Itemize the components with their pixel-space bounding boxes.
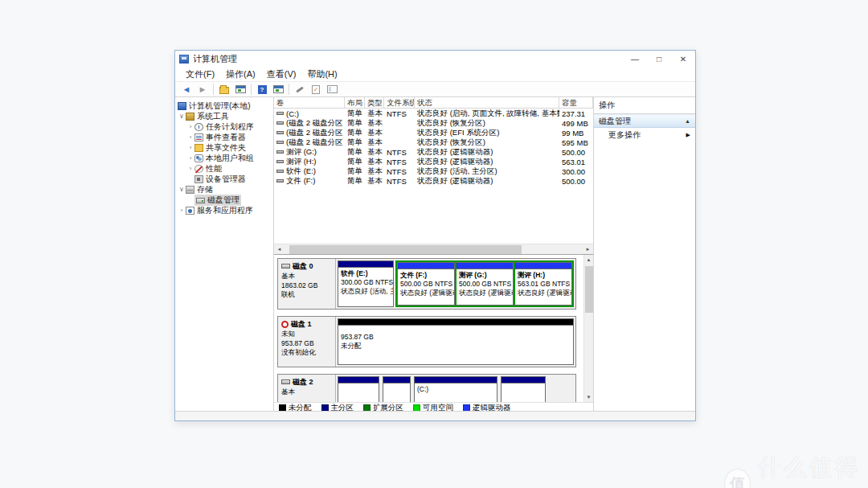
more-actions-item[interactable]: 更多操作 ▶ <box>594 128 695 141</box>
volume-status: 状态良好 (逻辑驱动器) <box>415 176 559 187</box>
volume-capacity: 595 MB <box>559 138 593 147</box>
tree-item-event-viewer[interactable]: › 事件查看器 <box>175 132 273 142</box>
disk2-segment[interactable] <box>501 376 546 402</box>
disk2-segment[interactable] <box>383 376 411 402</box>
toolbar-separator <box>213 84 214 95</box>
tree-item-device-manager[interactable]: 设备管理器 <box>175 174 273 184</box>
disk-type: 基本 <box>281 272 332 281</box>
disk2-segment[interactable] <box>338 376 379 402</box>
console-window-icon[interactable] <box>232 82 248 96</box>
toolbar-separator <box>251 84 252 95</box>
disk-type: 基本 <box>281 388 332 396</box>
column-type[interactable]: 类型 <box>365 97 384 108</box>
minimize-button[interactable]: — <box>623 51 647 67</box>
scrollbar-thumb[interactable] <box>585 266 593 313</box>
menu-file[interactable]: 文件(F) <box>180 67 220 81</box>
partition-color-bar <box>338 319 573 326</box>
column-layout[interactable]: 布局 <box>345 97 365 108</box>
column-volume[interactable]: 卷 <box>274 97 345 108</box>
scroll-left-icon[interactable]: ◄ <box>274 247 285 252</box>
tree-item-local-users-groups[interactable]: › 本地用户和组 <box>175 153 273 163</box>
volume-row[interactable]: 测评 (G:) 简单 基本 NTFS 状态良好 (逻辑驱动器) 500.00 <box>274 147 593 157</box>
volume-row[interactable]: (磁盘 2 磁盘分区 4) 简单 基本 状态良好 (恢复分区) 595 MB <box>274 137 593 147</box>
menu-help[interactable]: 帮助(H) <box>301 67 342 81</box>
disk-icon <box>281 264 290 269</box>
volume-row[interactable]: 文件 (F:) 简单 基本 NTFS 状态良好 (逻辑驱动器) 500.00 <box>274 176 593 186</box>
forward-icon[interactable]: ► <box>194 82 211 96</box>
scroll-down-icon[interactable]: ▼ <box>587 392 592 402</box>
volume-row[interactable]: 测评 (H:) 简单 基本 NTFS 状态良好 (逻辑驱动器) 563.01 <box>274 157 593 166</box>
expander-icon[interactable]: › <box>186 165 194 172</box>
up-folder-icon[interactable] <box>216 82 232 96</box>
tree-item-performance[interactable]: › 性能 <box>175 163 273 174</box>
tree-item-label: 本地用户和组 <box>206 153 254 164</box>
volume-icon <box>276 121 284 125</box>
smzdm-watermark: 值 什么值得买 <box>725 452 868 488</box>
volume-row[interactable]: (磁盘 2 磁盘分区 2) 简单 基本 状态良好 (EFI 系统分区) 99 M… <box>274 128 593 137</box>
partition-f[interactable]: 文件 (F:) 500.00 GB NTFS 状态良好 (逻辑驱动器) <box>397 262 455 306</box>
segment-label <box>383 383 410 387</box>
disk-1-row: 磁盘 1 未知 953.87 GB 没有初始化 953.87 GB 未分配 <box>277 316 576 367</box>
partition-e[interactable]: 软件 (E:) 300.00 GB NTFS 状态良好 (活动, 主分区) <box>338 260 394 307</box>
expander-icon[interactable]: ∨ <box>178 113 186 120</box>
tree-item-system-tools[interactable]: ∨ 系统工具 <box>175 111 273 121</box>
partition-h[interactable]: 测评 (H:) 563.01 GB NTFS 状态良好 (逻辑驱动器) <box>514 262 572 306</box>
collapse-section-icon[interactable]: ▲ <box>685 118 690 124</box>
partition-color-bar <box>502 377 545 383</box>
partition-status: 状态良好 (逻辑驱动器) <box>518 289 569 297</box>
close-button[interactable]: ✕ <box>671 51 695 67</box>
expander-icon[interactable]: › <box>178 207 186 214</box>
back-icon[interactable]: ◄ <box>178 82 194 96</box>
tree-item-label: 设备管理器 <box>206 174 246 185</box>
help-icon[interactable]: ? <box>254 82 270 96</box>
disk-1-label[interactable]: 磁盘 1 未知 953.87 GB 没有初始化 <box>278 317 336 367</box>
expander-icon[interactable]: › <box>186 154 194 162</box>
actions-section-disk-management[interactable]: 磁盘管理 ▲ <box>594 114 695 128</box>
column-capacity[interactable]: 容量 <box>559 97 593 108</box>
tree-item-shared-folders[interactable]: › 共享文件夹 <box>175 142 273 153</box>
disk-warning-icon <box>281 321 289 328</box>
device-manager-icon <box>194 175 203 183</box>
expander-icon[interactable]: › <box>186 144 194 151</box>
volume-fs: NTFS <box>384 167 415 176</box>
disk-0-label[interactable]: 磁盘 0 基本 1863.02 GB 联机 <box>278 259 336 309</box>
unallocated-region[interactable]: 953.87 GB 未分配 <box>338 318 574 365</box>
refresh-tool-icon[interactable] <box>292 82 308 96</box>
menu-action[interactable]: 操作(A) <box>220 67 261 81</box>
volume-row[interactable]: 软件 (E:) 简单 基本 NTFS 状态良好 (活动, 主分区) 300.00 <box>274 166 593 176</box>
vertical-scrollbar[interactable]: ▲ ▼ <box>583 255 593 402</box>
partition-name: 软件 (E:) <box>341 269 391 278</box>
volume-row[interactable]: (C:) 简单 基本 NTFS 状态良好 (启动, 页面文件, 故障转储, 基本… <box>274 109 593 118</box>
tree-item-storage[interactable]: ∨ 存储 <box>175 184 273 195</box>
horizontal-scrollbar[interactable]: ◄ ► <box>274 244 593 254</box>
scrollbar-thumb[interactable] <box>289 245 522 254</box>
maximize-button[interactable]: □ <box>647 51 671 67</box>
volume-row[interactable]: (磁盘 2 磁盘分区 1) 简单 基本 状态良好 (恢复分区) 499 MB <box>274 118 593 128</box>
expander-icon[interactable]: ∨ <box>178 186 186 193</box>
volume-capacity: 500.00 <box>559 177 593 186</box>
expander-icon[interactable]: › <box>186 133 194 141</box>
check-disk-icon[interactable]: ✓ <box>308 82 324 96</box>
computer-icon <box>178 102 186 110</box>
tree-item-task-scheduler[interactable]: › 任务计划程序 <box>175 121 273 132</box>
actions-section-label: 磁盘管理 <box>599 116 631 127</box>
disk2-segment-c[interactable]: (C:) <box>414 376 497 402</box>
scroll-up-icon[interactable]: ▲ <box>587 255 592 265</box>
scroll-right-icon[interactable]: ► <box>583 247 593 252</box>
partition-size: 500.00 GB NTFS <box>459 280 510 289</box>
disk-2-label[interactable]: 磁盘 2 基本 <box>278 375 336 402</box>
menu-view[interactable]: 查看(V) <box>261 67 302 81</box>
volume-fs: NTFS <box>384 158 415 166</box>
tree-item-disk-management[interactable]: 磁盘管理 <box>175 195 273 205</box>
show-console-tree-icon[interactable] <box>270 82 286 96</box>
partition-g[interactable]: 测评 (G:) 500.00 GB NTFS 状态良好 (逻辑驱动器) <box>455 262 514 306</box>
shared-folders-icon <box>194 144 203 152</box>
column-status[interactable]: 状态 <box>415 97 559 108</box>
expander-icon[interactable]: › <box>186 123 194 130</box>
column-filesystem[interactable]: 文件系统 <box>384 97 415 108</box>
menubar: 文件(F) 操作(A) 查看(V) 帮助(H) <box>175 67 695 81</box>
tree-item-services-applications[interactable]: › 服务和应用程序 <box>175 205 273 215</box>
tree-item-computer-management[interactable]: 计算机管理(本地) <box>175 100 273 111</box>
properties-panel-icon[interactable] <box>324 82 340 96</box>
disk-icon <box>281 379 290 384</box>
